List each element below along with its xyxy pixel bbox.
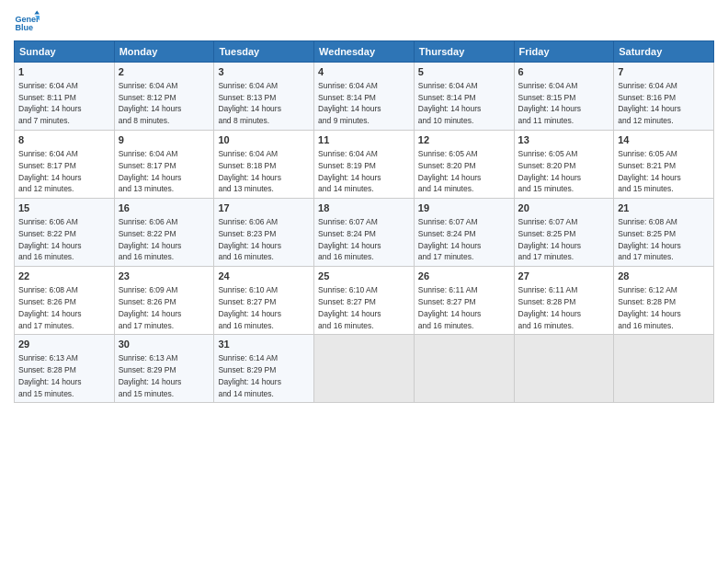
cell-3-2: 16Sunrise: 6:06 AMSunset: 8:22 PMDayligh… — [114, 199, 214, 267]
sunrise-text: Sunrise: 6:10 AMSunset: 8:27 PMDaylight:… — [218, 285, 281, 329]
sunrise-text: Sunrise: 6:13 AMSunset: 8:28 PMDaylight:… — [18, 353, 82, 397]
sunrise-text: Sunrise: 6:04 AMSunset: 8:14 PMDaylight:… — [318, 81, 381, 125]
day-number: 3 — [218, 65, 310, 79]
day-number: 12 — [418, 133, 510, 147]
day-number: 9 — [119, 133, 210, 147]
week-row-3: 15Sunrise: 6:06 AMSunset: 8:22 PMDayligh… — [15, 199, 714, 267]
day-number: 17 — [218, 201, 310, 215]
sunrise-text: Sunrise: 6:05 AMSunset: 8:20 PMDaylight:… — [418, 149, 482, 193]
cell-1-1: 1Sunrise: 6:04 AMSunset: 8:11 PMDaylight… — [15, 63, 115, 131]
week-row-5: 29Sunrise: 6:13 AMSunset: 8:28 PMDayligh… — [15, 335, 714, 403]
sunrise-text: Sunrise: 6:09 AMSunset: 8:26 PMDaylight:… — [119, 285, 182, 329]
day-number: 16 — [119, 201, 210, 215]
day-number: 28 — [618, 270, 710, 283]
day-number: 7 — [618, 65, 710, 79]
cell-2-7: 14Sunrise: 6:05 AMSunset: 8:21 PMDayligh… — [614, 131, 714, 199]
sunrise-text: Sunrise: 6:08 AMSunset: 8:26 PMDaylight:… — [18, 285, 82, 329]
day-number: 8 — [18, 133, 110, 147]
week-row-1: 1Sunrise: 6:04 AMSunset: 8:11 PMDaylight… — [15, 63, 714, 131]
sunrise-text: Sunrise: 6:07 AMSunset: 8:25 PMDaylight:… — [518, 217, 582, 261]
sunrise-text: Sunrise: 6:11 AMSunset: 8:27 PMDaylight:… — [418, 285, 482, 329]
day-number: 10 — [218, 133, 310, 147]
day-number: 31 — [218, 338, 310, 351]
sunrise-text: Sunrise: 6:04 AMSunset: 8:12 PMDaylight:… — [119, 81, 182, 125]
logo: General Blue — [14, 9, 40, 35]
col-header-saturday: Saturday — [614, 41, 714, 63]
cell-4-5: 26Sunrise: 6:11 AMSunset: 8:27 PMDayligh… — [414, 267, 514, 335]
cell-1-7: 7Sunrise: 6:04 AMSunset: 8:16 PMDaylight… — [614, 63, 714, 131]
day-number: 20 — [518, 201, 610, 215]
cell-2-2: 9Sunrise: 6:04 AMSunset: 8:17 PMDaylight… — [114, 131, 214, 199]
logo-icon: General Blue — [14, 9, 40, 35]
cell-1-3: 3Sunrise: 6:04 AMSunset: 8:13 PMDaylight… — [214, 63, 314, 131]
day-number: 30 — [119, 338, 210, 351]
cell-4-3: 24Sunrise: 6:10 AMSunset: 8:27 PMDayligh… — [214, 267, 314, 335]
sunrise-text: Sunrise: 6:06 AMSunset: 8:22 PMDaylight:… — [119, 217, 182, 261]
cell-5-7 — [614, 335, 714, 403]
sunrise-text: Sunrise: 6:07 AMSunset: 8:24 PMDaylight:… — [418, 217, 482, 261]
day-number: 5 — [418, 65, 510, 79]
cell-5-6 — [514, 335, 614, 403]
sunrise-text: Sunrise: 6:04 AMSunset: 8:18 PMDaylight:… — [218, 149, 281, 193]
sunrise-text: Sunrise: 6:04 AMSunset: 8:15 PMDaylight:… — [518, 81, 582, 125]
cell-4-7: 28Sunrise: 6:12 AMSunset: 8:28 PMDayligh… — [614, 267, 714, 335]
sunrise-text: Sunrise: 6:04 AMSunset: 8:11 PMDaylight:… — [18, 81, 82, 125]
cell-4-1: 22Sunrise: 6:08 AMSunset: 8:26 PMDayligh… — [15, 267, 115, 335]
day-number: 14 — [618, 133, 710, 147]
day-number: 27 — [518, 270, 610, 283]
day-number: 18 — [318, 201, 410, 215]
sunrise-text: Sunrise: 6:14 AMSunset: 8:29 PMDaylight:… — [218, 353, 281, 397]
cell-2-6: 13Sunrise: 6:05 AMSunset: 8:20 PMDayligh… — [514, 131, 614, 199]
day-number: 29 — [18, 338, 110, 351]
col-header-wednesday: Wednesday — [314, 41, 415, 63]
sunrise-text: Sunrise: 6:13 AMSunset: 8:29 PMDaylight:… — [119, 353, 182, 397]
col-header-monday: Monday — [114, 41, 214, 63]
sunrise-text: Sunrise: 6:05 AMSunset: 8:20 PMDaylight:… — [518, 149, 582, 193]
col-header-friday: Friday — [514, 41, 614, 63]
cell-1-4: 4Sunrise: 6:04 AMSunset: 8:14 PMDaylight… — [314, 63, 415, 131]
cell-5-3: 31Sunrise: 6:14 AMSunset: 8:29 PMDayligh… — [214, 335, 314, 403]
header: General Blue — [14, 9, 714, 35]
sunrise-text: Sunrise: 6:06 AMSunset: 8:22 PMDaylight:… — [18, 217, 82, 261]
cell-4-6: 27Sunrise: 6:11 AMSunset: 8:28 PMDayligh… — [514, 267, 614, 335]
header-row: SundayMondayTuesdayWednesdayThursdayFrid… — [15, 41, 714, 63]
page: General Blue SundayMondayTuesdayWednesda… — [0, 0, 728, 563]
sunrise-text: Sunrise: 6:12 AMSunset: 8:28 PMDaylight:… — [618, 285, 681, 329]
day-number: 24 — [218, 270, 310, 283]
sunrise-text: Sunrise: 6:04 AMSunset: 8:19 PMDaylight:… — [318, 149, 381, 193]
sunrise-text: Sunrise: 6:04 AMSunset: 8:17 PMDaylight:… — [119, 149, 182, 193]
day-number: 15 — [18, 201, 110, 215]
day-number: 6 — [518, 65, 610, 79]
day-number: 4 — [318, 65, 410, 79]
day-number: 25 — [318, 270, 410, 283]
cell-1-5: 5Sunrise: 6:04 AMSunset: 8:14 PMDaylight… — [414, 63, 514, 131]
cell-3-1: 15Sunrise: 6:06 AMSunset: 8:22 PMDayligh… — [15, 199, 115, 267]
week-row-4: 22Sunrise: 6:08 AMSunset: 8:26 PMDayligh… — [15, 267, 714, 335]
cell-3-4: 18Sunrise: 6:07 AMSunset: 8:24 PMDayligh… — [314, 199, 415, 267]
cell-4-2: 23Sunrise: 6:09 AMSunset: 8:26 PMDayligh… — [114, 267, 214, 335]
cell-3-3: 17Sunrise: 6:06 AMSunset: 8:23 PMDayligh… — [214, 199, 314, 267]
cell-5-4 — [314, 335, 415, 403]
sunrise-text: Sunrise: 6:04 AMSunset: 8:14 PMDaylight:… — [418, 81, 482, 125]
sunrise-text: Sunrise: 6:06 AMSunset: 8:23 PMDaylight:… — [218, 217, 281, 261]
sunrise-text: Sunrise: 6:04 AMSunset: 8:17 PMDaylight:… — [18, 149, 82, 193]
sunrise-text: Sunrise: 6:10 AMSunset: 8:27 PMDaylight:… — [318, 285, 381, 329]
cell-3-7: 21Sunrise: 6:08 AMSunset: 8:25 PMDayligh… — [614, 199, 714, 267]
col-header-sunday: Sunday — [15, 41, 115, 63]
sunrise-text: Sunrise: 6:07 AMSunset: 8:24 PMDaylight:… — [318, 217, 381, 261]
day-number: 11 — [318, 133, 410, 147]
sunrise-text: Sunrise: 6:05 AMSunset: 8:21 PMDaylight:… — [618, 149, 681, 193]
col-header-thursday: Thursday — [414, 41, 514, 63]
cell-5-2: 30Sunrise: 6:13 AMSunset: 8:29 PMDayligh… — [114, 335, 214, 403]
day-number: 2 — [119, 65, 210, 79]
cell-2-1: 8Sunrise: 6:04 AMSunset: 8:17 PMDaylight… — [15, 131, 115, 199]
sunrise-text: Sunrise: 6:04 AMSunset: 8:16 PMDaylight:… — [618, 81, 681, 125]
week-row-2: 8Sunrise: 6:04 AMSunset: 8:17 PMDaylight… — [15, 131, 714, 199]
day-number: 23 — [119, 270, 210, 283]
svg-marker-2 — [34, 10, 40, 14]
cell-2-5: 12Sunrise: 6:05 AMSunset: 8:20 PMDayligh… — [414, 131, 514, 199]
sunrise-text: Sunrise: 6:11 AMSunset: 8:28 PMDaylight:… — [518, 285, 582, 329]
cell-4-4: 25Sunrise: 6:10 AMSunset: 8:27 PMDayligh… — [314, 267, 415, 335]
col-header-tuesday: Tuesday — [214, 41, 314, 63]
cell-1-6: 6Sunrise: 6:04 AMSunset: 8:15 PMDaylight… — [514, 63, 614, 131]
